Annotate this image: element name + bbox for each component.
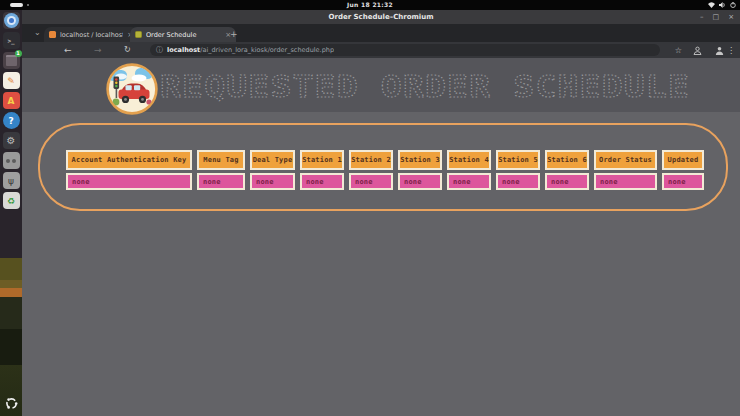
tab-search-chevron-icon[interactable]: ⌄ (34, 28, 41, 37)
profile-avatar-icon[interactable] (715, 42, 724, 58)
ubuntu-logo-icon (5, 397, 18, 410)
site-info-icon[interactable]: ⓘ (156, 44, 163, 56)
usb-tool-icon[interactable]: ψ (3, 172, 20, 189)
browser-menu-kebab-icon[interactable]: ⋮ (727, 42, 735, 58)
address-bar[interactable]: ⓘ localhost/ai_driven_lora_kiosk/order_s… (150, 44, 660, 56)
desktop-wallpaper (0, 258, 22, 416)
page-title: REQUESTED ORDER SCHEDULE (158, 64, 698, 108)
desktop-dock: >_ 1 ✎ A ? ⚙ ψ ♻ (0, 10, 22, 416)
notification-badge: 1 (15, 50, 22, 57)
column-header: Menu Tag (197, 150, 245, 170)
column-header: Station 1 (300, 150, 344, 170)
tab-order-schedule[interactable]: Order Schedule × (130, 27, 236, 42)
table-cell: none (398, 173, 442, 190)
tab-label: Order Schedule (146, 31, 221, 39)
window-title: Order Schedule–Chromium (22, 10, 740, 24)
tab-label: localhost / localhost / a (60, 31, 123, 39)
browser-window: Order Schedule–Chromium – □ × ⌄ localhos… (22, 10, 740, 416)
gear-icon: ⚙ (7, 135, 16, 146)
column-header: Updated (662, 150, 704, 170)
table-cell: none (447, 173, 491, 190)
window-close-button[interactable]: × (728, 13, 734, 21)
svg-text:REQUESTED ORDER SCHEDULE: REQUESTED ORDER SCHEDULE (160, 68, 690, 104)
back-button[interactable]: ← (64, 42, 72, 58)
new-tab-button[interactable]: + (230, 30, 238, 39)
question-mark-icon: ? (8, 116, 13, 126)
column-header: Deal Type (250, 150, 295, 170)
url-path: /ai_driven_lora_kiosk/order_schedule.php (200, 46, 334, 54)
table-cell: none (662, 173, 704, 190)
column-header: Station 5 (496, 150, 540, 170)
table-cell: none (349, 173, 393, 190)
table-cell: none (496, 173, 540, 190)
system-bar: Jun 18 21:32 (0, 0, 740, 10)
file-manager-icon[interactable]: 1 (3, 52, 20, 69)
order-schedule-table: Account Authentication Key Menu Tag Deal… (66, 150, 704, 190)
browser-toolbar: ← → ↻ ⓘ localhost/ai_driven_lora_kiosk/o… (22, 42, 740, 58)
dot-icon (6, 159, 10, 163)
text-editor-icon[interactable]: ✎ (3, 72, 20, 89)
system-status-icons (708, 0, 736, 10)
wifi-icon[interactable] (708, 2, 715, 8)
chromium-launcher-icon[interactable] (3, 12, 20, 29)
terminal-prompt-icon: >_ (7, 37, 14, 44)
utility-app-icon[interactable] (3, 152, 20, 169)
table-cell: none (300, 173, 344, 190)
dot-icon (12, 159, 16, 163)
settings-icon[interactable]: ⚙ (3, 132, 20, 149)
column-header: Order Status (594, 150, 657, 170)
recycle-bin-icon[interactable]: ♻ (3, 192, 20, 209)
volume-icon[interactable] (719, 2, 726, 8)
table-cell: none (545, 173, 589, 190)
table-cell: none (66, 173, 192, 190)
profile-outline-icon[interactable] (693, 42, 702, 58)
table-row: none none none none none none none none … (66, 173, 704, 190)
maximize-button[interactable]: □ (713, 13, 720, 21)
table-cell: none (197, 173, 245, 190)
forward-button[interactable]: → (94, 42, 102, 58)
table-cell: none (594, 173, 657, 190)
tab-strip: ⌄ localhost / localhost / a × Order Sche… (22, 24, 740, 42)
window-titlebar[interactable]: Order Schedule–Chromium – □ × (22, 10, 740, 24)
letter-a-icon: A (8, 96, 15, 106)
help-icon[interactable]: ? (3, 112, 20, 129)
terminal-icon[interactable]: >_ (3, 32, 20, 49)
drawer-icon (6, 55, 17, 66)
column-header: Station 6 (545, 150, 589, 170)
column-header: Station 3 (398, 150, 442, 170)
reload-button[interactable]: ↻ (124, 42, 131, 58)
bookmark-star-icon[interactable]: ☆ (675, 42, 682, 58)
column-header: Station 2 (349, 150, 393, 170)
table-header-row: Account Authentication Key Menu Tag Deal… (66, 150, 704, 170)
tab-phpmyadmin[interactable]: localhost / localhost / a × (44, 27, 138, 42)
column-header: Station 4 (447, 150, 491, 170)
site-logo-car (106, 63, 158, 115)
desktop: Jun 18 21:32 >_ 1 ✎ A ? ⚙ ψ ♻ (0, 0, 740, 416)
page-content: REQUESTED ORDER SCHEDULE Account Authent… (22, 58, 740, 416)
power-icon[interactable] (730, 2, 736, 8)
recycle-icon: ♻ (7, 196, 15, 206)
window-controls: – □ × (700, 10, 734, 24)
chromium-logo-icon (4, 13, 19, 28)
table-cell: none (250, 173, 295, 190)
system-clock: Jun 18 21:32 (0, 0, 740, 10)
red-app-icon[interactable]: A (3, 92, 20, 109)
schedule-panel-outline: Account Authentication Key Menu Tag Deal… (38, 123, 728, 211)
usb-icon: ψ (8, 176, 14, 186)
column-header: Account Authentication Key (66, 150, 192, 170)
pencil-icon: ✎ (7, 76, 15, 86)
order-schedule-favicon-icon (135, 31, 142, 38)
url-host: localhost (167, 46, 200, 54)
phpmyadmin-favicon-icon (49, 31, 56, 38)
minimize-button[interactable]: – (700, 13, 704, 21)
url-text: localhost/ai_driven_lora_kiosk/order_sch… (167, 46, 334, 54)
